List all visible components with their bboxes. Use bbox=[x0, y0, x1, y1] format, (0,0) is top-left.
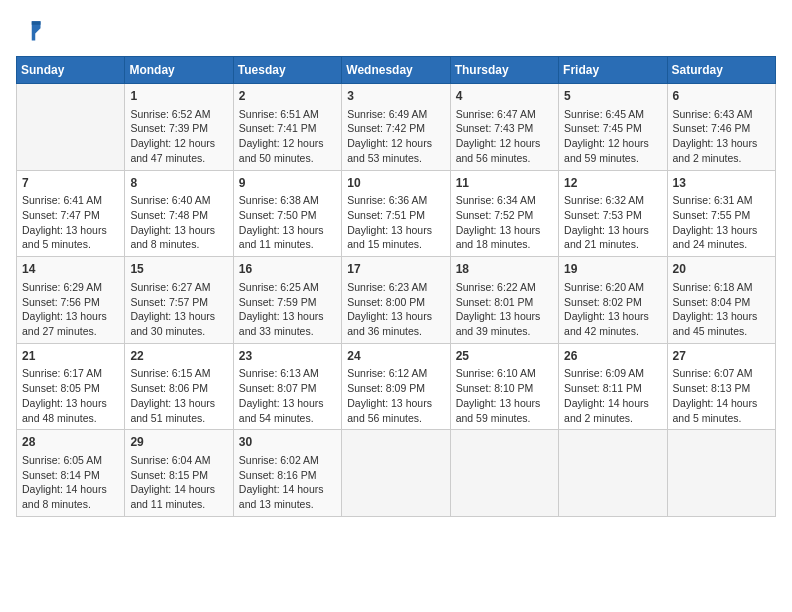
calendar-cell: 14Sunrise: 6:29 AMSunset: 7:56 PMDayligh… bbox=[17, 257, 125, 344]
day-info: Sunrise: 6:12 AMSunset: 8:09 PMDaylight:… bbox=[347, 366, 444, 425]
svg-marker-1 bbox=[32, 21, 41, 25]
day-number: 21 bbox=[22, 348, 119, 365]
calendar-cell: 22Sunrise: 6:15 AMSunset: 8:06 PMDayligh… bbox=[125, 343, 233, 430]
calendar-cell: 25Sunrise: 6:10 AMSunset: 8:10 PMDayligh… bbox=[450, 343, 558, 430]
day-number: 25 bbox=[456, 348, 553, 365]
calendar-cell: 5Sunrise: 6:45 AMSunset: 7:45 PMDaylight… bbox=[559, 84, 667, 171]
day-info: Sunrise: 6:41 AMSunset: 7:47 PMDaylight:… bbox=[22, 193, 119, 252]
week-row-3: 14Sunrise: 6:29 AMSunset: 7:56 PMDayligh… bbox=[17, 257, 776, 344]
week-row-1: 1Sunrise: 6:52 AMSunset: 7:39 PMDaylight… bbox=[17, 84, 776, 171]
day-info: Sunrise: 6:51 AMSunset: 7:41 PMDaylight:… bbox=[239, 107, 336, 166]
day-number: 11 bbox=[456, 175, 553, 192]
day-info: Sunrise: 6:17 AMSunset: 8:05 PMDaylight:… bbox=[22, 366, 119, 425]
day-info: Sunrise: 6:02 AMSunset: 8:16 PMDaylight:… bbox=[239, 453, 336, 512]
calendar-cell: 10Sunrise: 6:36 AMSunset: 7:51 PMDayligh… bbox=[342, 170, 450, 257]
day-info: Sunrise: 6:38 AMSunset: 7:50 PMDaylight:… bbox=[239, 193, 336, 252]
weekday-header-friday: Friday bbox=[559, 57, 667, 84]
calendar-cell: 15Sunrise: 6:27 AMSunset: 7:57 PMDayligh… bbox=[125, 257, 233, 344]
weekday-header-thursday: Thursday bbox=[450, 57, 558, 84]
logo bbox=[16, 16, 48, 44]
calendar-cell bbox=[450, 430, 558, 517]
calendar-cell bbox=[342, 430, 450, 517]
day-number: 22 bbox=[130, 348, 227, 365]
day-number: 16 bbox=[239, 261, 336, 278]
calendar-cell: 21Sunrise: 6:17 AMSunset: 8:05 PMDayligh… bbox=[17, 343, 125, 430]
calendar-cell: 29Sunrise: 6:04 AMSunset: 8:15 PMDayligh… bbox=[125, 430, 233, 517]
day-info: Sunrise: 6:45 AMSunset: 7:45 PMDaylight:… bbox=[564, 107, 661, 166]
weekday-header-monday: Monday bbox=[125, 57, 233, 84]
day-number: 27 bbox=[673, 348, 770, 365]
weekday-header-tuesday: Tuesday bbox=[233, 57, 341, 84]
calendar-cell bbox=[559, 430, 667, 517]
calendar-cell: 12Sunrise: 6:32 AMSunset: 7:53 PMDayligh… bbox=[559, 170, 667, 257]
day-info: Sunrise: 6:04 AMSunset: 8:15 PMDaylight:… bbox=[130, 453, 227, 512]
day-info: Sunrise: 6:13 AMSunset: 8:07 PMDaylight:… bbox=[239, 366, 336, 425]
logo-icon bbox=[16, 16, 44, 44]
day-number: 23 bbox=[239, 348, 336, 365]
day-number: 26 bbox=[564, 348, 661, 365]
day-info: Sunrise: 6:29 AMSunset: 7:56 PMDaylight:… bbox=[22, 280, 119, 339]
day-number: 1 bbox=[130, 88, 227, 105]
calendar-cell: 30Sunrise: 6:02 AMSunset: 8:16 PMDayligh… bbox=[233, 430, 341, 517]
calendar-cell: 26Sunrise: 6:09 AMSunset: 8:11 PMDayligh… bbox=[559, 343, 667, 430]
day-info: Sunrise: 6:10 AMSunset: 8:10 PMDaylight:… bbox=[456, 366, 553, 425]
day-info: Sunrise: 6:43 AMSunset: 7:46 PMDaylight:… bbox=[673, 107, 770, 166]
calendar-cell: 6Sunrise: 6:43 AMSunset: 7:46 PMDaylight… bbox=[667, 84, 775, 171]
day-info: Sunrise: 6:07 AMSunset: 8:13 PMDaylight:… bbox=[673, 366, 770, 425]
day-info: Sunrise: 6:27 AMSunset: 7:57 PMDaylight:… bbox=[130, 280, 227, 339]
calendar-cell: 4Sunrise: 6:47 AMSunset: 7:43 PMDaylight… bbox=[450, 84, 558, 171]
day-number: 18 bbox=[456, 261, 553, 278]
day-number: 10 bbox=[347, 175, 444, 192]
day-number: 7 bbox=[22, 175, 119, 192]
calendar-cell: 2Sunrise: 6:51 AMSunset: 7:41 PMDaylight… bbox=[233, 84, 341, 171]
day-number: 9 bbox=[239, 175, 336, 192]
calendar-cell: 3Sunrise: 6:49 AMSunset: 7:42 PMDaylight… bbox=[342, 84, 450, 171]
weekday-header-sunday: Sunday bbox=[17, 57, 125, 84]
calendar-cell: 23Sunrise: 6:13 AMSunset: 8:07 PMDayligh… bbox=[233, 343, 341, 430]
day-number: 8 bbox=[130, 175, 227, 192]
calendar-cell: 19Sunrise: 6:20 AMSunset: 8:02 PMDayligh… bbox=[559, 257, 667, 344]
day-info: Sunrise: 6:31 AMSunset: 7:55 PMDaylight:… bbox=[673, 193, 770, 252]
day-info: Sunrise: 6:20 AMSunset: 8:02 PMDaylight:… bbox=[564, 280, 661, 339]
day-info: Sunrise: 6:34 AMSunset: 7:52 PMDaylight:… bbox=[456, 193, 553, 252]
day-number: 2 bbox=[239, 88, 336, 105]
day-number: 3 bbox=[347, 88, 444, 105]
day-number: 15 bbox=[130, 261, 227, 278]
calendar-cell: 28Sunrise: 6:05 AMSunset: 8:14 PMDayligh… bbox=[17, 430, 125, 517]
day-info: Sunrise: 6:09 AMSunset: 8:11 PMDaylight:… bbox=[564, 366, 661, 425]
calendar-cell: 13Sunrise: 6:31 AMSunset: 7:55 PMDayligh… bbox=[667, 170, 775, 257]
day-info: Sunrise: 6:40 AMSunset: 7:48 PMDaylight:… bbox=[130, 193, 227, 252]
day-info: Sunrise: 6:36 AMSunset: 7:51 PMDaylight:… bbox=[347, 193, 444, 252]
weekday-header-row: SundayMondayTuesdayWednesdayThursdayFrid… bbox=[17, 57, 776, 84]
calendar-cell: 11Sunrise: 6:34 AMSunset: 7:52 PMDayligh… bbox=[450, 170, 558, 257]
calendar-cell: 24Sunrise: 6:12 AMSunset: 8:09 PMDayligh… bbox=[342, 343, 450, 430]
calendar-cell: 18Sunrise: 6:22 AMSunset: 8:01 PMDayligh… bbox=[450, 257, 558, 344]
day-number: 30 bbox=[239, 434, 336, 451]
day-number: 29 bbox=[130, 434, 227, 451]
week-row-5: 28Sunrise: 6:05 AMSunset: 8:14 PMDayligh… bbox=[17, 430, 776, 517]
day-number: 12 bbox=[564, 175, 661, 192]
day-number: 13 bbox=[673, 175, 770, 192]
day-number: 28 bbox=[22, 434, 119, 451]
calendar-cell: 1Sunrise: 6:52 AMSunset: 7:39 PMDaylight… bbox=[125, 84, 233, 171]
weekday-header-saturday: Saturday bbox=[667, 57, 775, 84]
page-header bbox=[16, 16, 776, 44]
day-info: Sunrise: 6:15 AMSunset: 8:06 PMDaylight:… bbox=[130, 366, 227, 425]
calendar-cell: 7Sunrise: 6:41 AMSunset: 7:47 PMDaylight… bbox=[17, 170, 125, 257]
day-info: Sunrise: 6:18 AMSunset: 8:04 PMDaylight:… bbox=[673, 280, 770, 339]
weekday-header-wednesday: Wednesday bbox=[342, 57, 450, 84]
week-row-2: 7Sunrise: 6:41 AMSunset: 7:47 PMDaylight… bbox=[17, 170, 776, 257]
day-number: 20 bbox=[673, 261, 770, 278]
day-info: Sunrise: 6:23 AMSunset: 8:00 PMDaylight:… bbox=[347, 280, 444, 339]
day-number: 17 bbox=[347, 261, 444, 278]
day-number: 6 bbox=[673, 88, 770, 105]
week-row-4: 21Sunrise: 6:17 AMSunset: 8:05 PMDayligh… bbox=[17, 343, 776, 430]
day-number: 14 bbox=[22, 261, 119, 278]
calendar-cell: 27Sunrise: 6:07 AMSunset: 8:13 PMDayligh… bbox=[667, 343, 775, 430]
calendar-cell: 16Sunrise: 6:25 AMSunset: 7:59 PMDayligh… bbox=[233, 257, 341, 344]
day-info: Sunrise: 6:52 AMSunset: 7:39 PMDaylight:… bbox=[130, 107, 227, 166]
day-number: 19 bbox=[564, 261, 661, 278]
calendar-cell: 9Sunrise: 6:38 AMSunset: 7:50 PMDaylight… bbox=[233, 170, 341, 257]
calendar-cell bbox=[17, 84, 125, 171]
day-info: Sunrise: 6:47 AMSunset: 7:43 PMDaylight:… bbox=[456, 107, 553, 166]
